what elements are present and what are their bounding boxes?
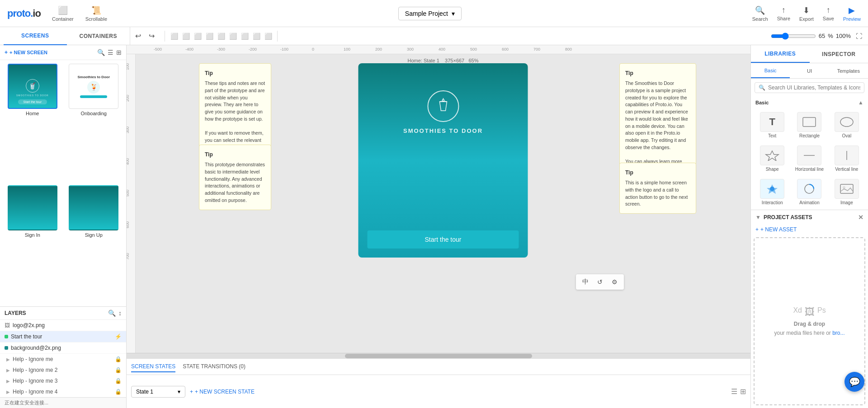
zoom-value: 65 <box>819 33 825 39</box>
align-center-h-button[interactable]: ⬜ <box>180 31 191 42</box>
distribute-v-button[interactable]: ⬜ <box>251 31 262 42</box>
redo-button[interactable]: ↪ <box>146 30 157 42</box>
screen-label-signin: Sign In <box>25 232 40 238</box>
tab-containers[interactable]: CONTAINERS <box>67 27 130 45</box>
screen-thumb-signin <box>8 185 57 230</box>
export-icon: ⬇ <box>803 5 810 15</box>
align-bottom-button[interactable]: ⬜ <box>227 31 238 42</box>
align-center-v-button[interactable]: ⬜ <box>216 31 226 42</box>
fullscreen-button[interactable]: ⛶ <box>854 31 864 42</box>
distribute-h-button[interactable]: ⬜ <box>239 31 250 42</box>
search-action[interactable]: 🔍 Search <box>752 5 768 22</box>
new-asset-button[interactable]: + + NEW ASSET <box>751 225 868 234</box>
project-assets-header[interactable]: ▼ PROJECT ASSETS ✕ <box>751 210 868 225</box>
zoom-fit-button[interactable]: 100% <box>836 33 851 39</box>
align-left-button[interactable]: ⬜ <box>169 31 179 42</box>
layer-item-start-tour[interactable]: Start the tour ⚡ <box>0 331 126 342</box>
lib-item-oval[interactable]: Oval <box>829 109 864 141</box>
chat-bubble[interactable]: 💬 <box>844 372 864 392</box>
tip-box-4: Tip This is a simple home screen with th… <box>619 163 696 214</box>
share-action[interactable]: ↑ Share <box>777 5 790 21</box>
canvas-controls: 中 ↺ ⚙ <box>576 274 624 290</box>
tab-state-transitions[interactable]: STATE TRANSITIONS (0) <box>183 361 245 372</box>
undo-button[interactable]: ↩ <box>132 30 144 42</box>
save-icon: ↑ <box>826 5 830 15</box>
screen-thumb-home: 🥤 SMOOTHIES TO DOOR Start the tour <box>8 64 57 109</box>
right-panel-tabs: LIBRARIES INSPECTOR <box>751 45 868 63</box>
screens-grid: 🥤 SMOOTHIES TO DOOR Start the tour Home … <box>0 60 126 306</box>
layer-group-3[interactable]: ▶ Help - Ignore me 3 🔒 <box>0 375 126 386</box>
ctrl-refresh-btn[interactable]: ↺ <box>594 276 606 288</box>
align-right-button[interactable]: ⬜ <box>192 31 203 42</box>
export-action[interactable]: ⬇ Export <box>799 5 814 22</box>
library-search[interactable]: 🔍 <box>755 82 864 93</box>
align-top-button[interactable]: ⬜ <box>204 31 215 42</box>
layer-item-bg[interactable]: background@2x.png <box>0 342 126 354</box>
tab-screens[interactable]: SCREENS <box>4 27 67 45</box>
new-screen-button[interactable]: + + NEW SCREEN <box>5 49 47 56</box>
container-tool[interactable]: ⬜ Container <box>52 5 74 22</box>
plus-asset-icon: + <box>755 226 759 233</box>
start-tour-phone-button[interactable]: Start the tour <box>368 230 519 249</box>
state-chevron-icon: ▾ <box>178 389 180 395</box>
screen-item-onboarding[interactable]: Smoothies to Door 🍹 Onboarding <box>65 64 123 182</box>
scrollable-tool[interactable]: 📜 Scrollable <box>85 5 108 22</box>
layer-item-logo[interactable]: 🖼 logo@2x.png <box>0 320 126 331</box>
layer-group-4[interactable]: ▶ Help - Ignore me 4 🔒 <box>0 386 126 397</box>
library-search-input[interactable] <box>768 84 860 91</box>
browse-files-link[interactable]: bro... <box>832 330 844 336</box>
lib-item-text[interactable]: T Text <box>755 109 790 141</box>
assets-toggle-icon: ▼ <box>755 214 761 220</box>
lib-item-rectangle[interactable]: Rectangle <box>792 109 827 141</box>
sort-layers-icon[interactable]: ↕ <box>118 310 122 317</box>
new-state-button[interactable]: + + NEW SCREEN STATE <box>190 389 255 395</box>
ctrl-chinese-btn[interactable]: 中 <box>580 276 591 288</box>
state-selector[interactable]: State 1 ▾ <box>131 386 185 398</box>
save-action[interactable]: ↑ Save <box>823 5 834 21</box>
screen-item-signin[interactable]: Sign In <box>4 185 61 303</box>
animation-lib-label: Animation <box>799 200 819 205</box>
separator-2 <box>277 31 278 42</box>
logo: proto.io <box>7 8 41 19</box>
arrange-button[interactable]: ⬜ <box>263 31 274 42</box>
shape-lib-label: Shape <box>766 167 779 172</box>
zoom-percent-label: % <box>828 33 833 39</box>
tab-libraries[interactable]: LIBRARIES <box>751 45 810 63</box>
lib-item-hline[interactable]: Horizontal line <box>792 143 827 174</box>
section-collapse-icon[interactable]: ▲ <box>858 99 863 106</box>
tab-screen-states[interactable]: SCREEN STATES <box>131 361 175 372</box>
tab-inspector[interactable]: INSPECTOR <box>810 45 868 63</box>
horizontal-scrollbar[interactable] <box>127 353 750 358</box>
zoom-slider[interactable] <box>771 33 816 40</box>
expand-icon-2: ▶ <box>6 368 10 373</box>
project-selector[interactable]: Sample Project ▾ <box>398 7 462 20</box>
list-view-icon[interactable]: ☰ <box>108 49 113 56</box>
lib-item-image[interactable]: Image <box>829 176 864 208</box>
assets-close-icon[interactable]: ✕ <box>858 214 863 221</box>
separator <box>165 31 165 42</box>
screen-item-signup[interactable]: Sign Up <box>65 185 123 303</box>
search-layers-icon[interactable]: 🔍 <box>108 310 116 317</box>
interaction-lib-icon <box>760 179 784 199</box>
lib-item-vline[interactable]: Vertical line <box>829 143 864 174</box>
vline-lib-label: Vertical line <box>835 167 858 172</box>
lib-item-shape[interactable]: Shape <box>755 143 790 174</box>
shape-lib-icon <box>760 145 784 165</box>
lib-item-animation[interactable]: Animation <box>792 176 827 208</box>
layer-group-1[interactable]: ▶ Help - Ignore me 🔒 <box>0 354 126 365</box>
grid-view-icon[interactable]: ⊞ <box>116 49 122 56</box>
status-bar: 正在建立安全连接... <box>0 397 126 408</box>
ctrl-settings-btn[interactable]: ⚙ <box>609 276 620 288</box>
assets-drop-icons: Xd 🖼 Ps <box>793 306 826 318</box>
lib-item-interaction[interactable]: Interaction <box>755 176 790 208</box>
bottom-content: State 1 ▾ + + NEW SCREEN STATE ☰ ⊞ <box>127 375 750 408</box>
grid-view-states-icon[interactable]: ⊞ <box>740 387 746 396</box>
screen-item-home[interactable]: 🥤 SMOOTHIES TO DOOR Start the tour Home <box>4 64 61 182</box>
sub-tab-ui[interactable]: UI <box>790 63 829 78</box>
preview-action[interactable]: ▶ Preview <box>843 5 861 22</box>
sub-tab-templates[interactable]: Templates <box>829 63 868 78</box>
layer-group-2[interactable]: ▶ Help - Ignore me 2 🔒 <box>0 365 126 375</box>
list-view-states-icon[interactable]: ☰ <box>731 387 737 396</box>
search-screens-icon[interactable]: 🔍 <box>97 49 105 56</box>
sub-tab-basic[interactable]: Basic <box>751 63 790 78</box>
